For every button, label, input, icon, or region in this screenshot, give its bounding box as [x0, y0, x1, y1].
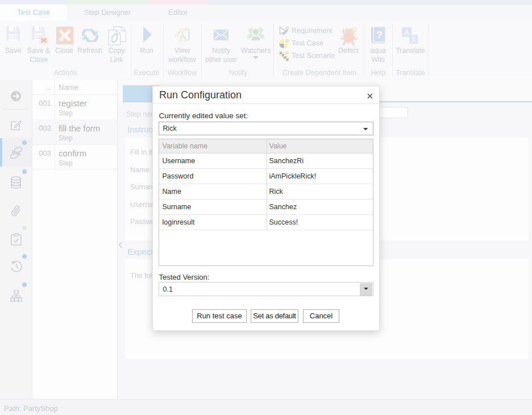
svg-text:A: A: [404, 28, 410, 37]
svg-text:文: 文: [410, 36, 417, 43]
svg-text:?: ?: [377, 30, 383, 40]
